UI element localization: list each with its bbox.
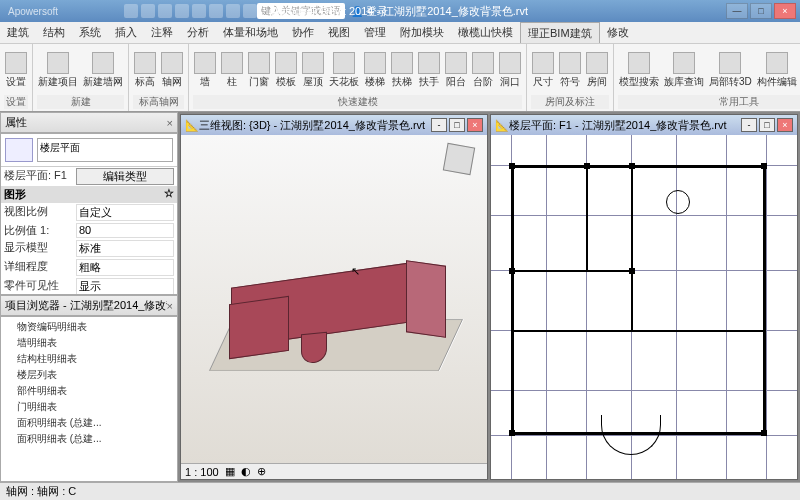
ribbon-button[interactable]: 模型搜索 (618, 51, 660, 90)
ribbon-tab[interactable]: 结构 (36, 22, 72, 43)
ribbon-button[interactable]: 屋顶 (301, 51, 325, 90)
edit-type-button[interactable]: 编辑类型 (76, 168, 174, 185)
maximize-button[interactable]: □ (759, 118, 775, 132)
tree-item[interactable]: 部件明细表 (3, 383, 175, 399)
ribbon-tab[interactable]: 管理 (357, 22, 393, 43)
view-plan-window: 📐 楼层平面: F1 - 江湖别墅2014_修改背景色.rvt - □ × (490, 114, 798, 480)
view-3d-title: 三维视图: {3D} - 江湖别墅2014_修改背景色.rvt (199, 118, 429, 133)
ribbon-button[interactable]: 扶梯 (390, 51, 414, 90)
view-plan-canvas[interactable] (491, 135, 797, 479)
property-value[interactable]: 自定义 (76, 204, 174, 221)
ribbon-tab[interactable]: 体量和场地 (216, 22, 285, 43)
maximize-button[interactable]: □ (449, 118, 465, 132)
qat-button[interactable] (209, 4, 223, 18)
qat-button[interactable] (226, 4, 240, 18)
ribbon-button[interactable]: 族库查询 (663, 51, 705, 90)
ribbon-button[interactable]: 设置 (4, 51, 28, 90)
tool-label: 屋顶 (303, 75, 323, 89)
tree-item[interactable]: 楼层列表 (3, 367, 175, 383)
group-graphics[interactable]: 图形☆ (1, 186, 177, 203)
ribbon-button[interactable]: 轴网 (160, 51, 184, 90)
ribbon-button[interactable]: 墙 (193, 51, 217, 90)
tree-item[interactable]: 门明细表 (3, 399, 175, 415)
tree-item[interactable]: 墙明细表 (3, 335, 175, 351)
ribbon-button[interactable]: 尺寸 (531, 51, 555, 90)
close-icon[interactable]: × (167, 117, 173, 129)
tool-icon (248, 52, 270, 74)
type-selector[interactable]: 楼层平面 (37, 138, 173, 162)
view-control-icon[interactable]: ▦ (225, 465, 235, 478)
ribbon-button[interactable]: 楼梯 (363, 51, 387, 90)
ribbon-button[interactable]: 扶手 (417, 51, 441, 90)
ribbon-tab[interactable]: 理正BIM建筑 (520, 22, 600, 44)
ribbon-button[interactable]: 构件编辑 (756, 51, 798, 90)
qat-button[interactable] (192, 4, 206, 18)
building-model[interactable] (211, 215, 461, 385)
minimize-button[interactable]: - (741, 118, 757, 132)
ribbon-button[interactable]: 柱 (220, 51, 244, 90)
ribbon-tab[interactable]: 附加模块 (393, 22, 451, 43)
tool-label: 符号 (560, 75, 580, 89)
ribbon-button[interactable]: 新建项目 (37, 51, 79, 90)
ribbon-tab[interactable]: 分析 (180, 22, 216, 43)
tree-item[interactable]: 结构柱明细表 (3, 351, 175, 367)
minimize-button[interactable]: — (726, 3, 748, 19)
ribbon-button[interactable]: 模板 (274, 51, 298, 90)
view-cube[interactable] (443, 143, 475, 175)
close-button[interactable]: × (467, 118, 483, 132)
tool-icon (275, 52, 297, 74)
scale-label[interactable]: 1 : 100 (185, 466, 219, 478)
view-control-icon[interactable]: ⊕ (257, 465, 266, 478)
ribbon-tab[interactable]: 注释 (144, 22, 180, 43)
property-row: 比例值 1:80 (1, 222, 177, 239)
tool-label: 楼梯 (365, 75, 385, 89)
ribbon-tab[interactable]: 插入 (108, 22, 144, 43)
ribbon-tab[interactable]: 协作 (285, 22, 321, 43)
properties-header: 属性 × (0, 112, 178, 133)
tool-label: 局部转3D (709, 75, 752, 89)
ribbon-button[interactable]: 标高 (133, 51, 157, 90)
ribbon-button[interactable]: 局部转3D (708, 51, 753, 90)
property-value[interactable]: 80 (76, 223, 174, 238)
qat-button[interactable] (124, 4, 138, 18)
tree-item[interactable]: 面积明细表 (总建... (3, 415, 175, 431)
tree-item[interactable]: 面积明细表 (总建... (3, 431, 175, 447)
property-value[interactable]: 标准 (76, 240, 174, 257)
tree-item[interactable]: 物资编码明细表 (3, 319, 175, 335)
maximize-button[interactable]: □ (750, 3, 772, 19)
ribbon-button[interactable]: 台阶 (471, 51, 495, 90)
qat-button[interactable] (243, 4, 257, 18)
qat-button[interactable] (175, 4, 189, 18)
ribbon-button[interactable]: 天花板 (328, 51, 360, 90)
ribbon-tab[interactable]: 系统 (72, 22, 108, 43)
ribbon-button[interactable]: 阳台 (444, 51, 468, 90)
qat-button[interactable] (158, 4, 172, 18)
property-row: 零件可见性显示 (1, 277, 177, 295)
close-icon[interactable]: × (167, 300, 173, 312)
view-control-icon[interactable]: ◐ (241, 465, 251, 478)
ribbon-button[interactable]: 新建墙网 (82, 51, 124, 90)
ribbon-tab[interactable]: 修改 (600, 22, 636, 43)
ribbon-button[interactable]: 符号 (558, 51, 582, 90)
close-button[interactable]: × (774, 3, 796, 19)
ribbon-tab[interactable]: 建筑 (0, 22, 36, 43)
ribbon-tab[interactable]: 视图 (321, 22, 357, 43)
ribbon-button[interactable]: 洞口 (498, 51, 522, 90)
view-3d-titlebar[interactable]: 📐 三维视图: {3D} - 江湖别墅2014_修改背景色.rvt - □ × (181, 115, 487, 135)
view-3d-window: 📐 三维视图: {3D} - 江湖别墅2014_修改背景色.rvt - □ × … (180, 114, 488, 480)
tool-icon (766, 52, 788, 74)
ribbon-button[interactable]: 房间 (585, 51, 609, 90)
property-value[interactable]: 粗略 (76, 259, 174, 276)
minimize-button[interactable]: - (431, 118, 447, 132)
ribbon-tab[interactable]: 橄榄山快模 (451, 22, 520, 43)
left-column: 属性 × 楼层平面 楼层平面: F1 编辑类型 图形☆ 视图比例自定义比例值 1… (0, 112, 178, 482)
view-plan-titlebar[interactable]: 📐 楼层平面: F1 - 江湖别墅2014_修改背景色.rvt - □ × (491, 115, 797, 135)
view-3d-canvas[interactable]: ↖ (181, 135, 487, 463)
ribbon-panel: 墙柱门窗模板屋顶天花板楼梯扶梯扶手阳台台阶洞口快速建模 (189, 44, 527, 111)
tool-icon (302, 52, 324, 74)
ribbon-button[interactable]: 门窗 (247, 51, 271, 90)
property-value[interactable]: 显示 (76, 278, 174, 295)
cursor-icon: ↖ (351, 265, 360, 278)
close-button[interactable]: × (777, 118, 793, 132)
qat-button[interactable] (141, 4, 155, 18)
